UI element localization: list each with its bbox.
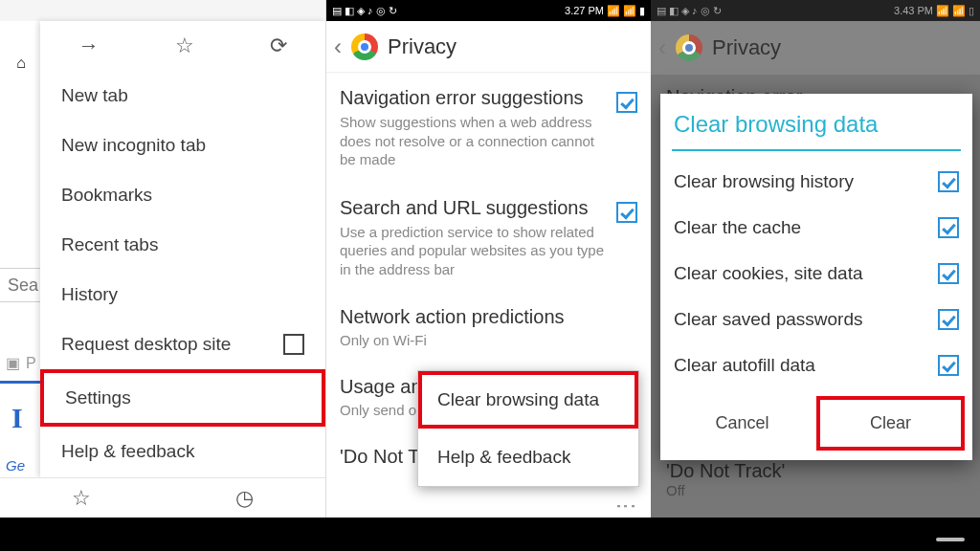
setting-search-suggestions[interactable]: Search and URL suggestions Use a predict… — [340, 183, 637, 293]
setting-network-predictions[interactable]: Network action predictions Only on Wi-Fi — [340, 292, 637, 362]
image-bottom-bar — [0, 518, 980, 551]
cache-checkbox[interactable] — [938, 217, 959, 238]
tab-indicator — [0, 381, 40, 384]
desktop-site-checkbox[interactable] — [283, 334, 304, 355]
bottom-toolbar: ☆ ◷ — [0, 477, 325, 518]
menu-new-incognito[interactable]: New incognito tab — [40, 121, 325, 170]
clear-browsing-data-dialog: Clear browsing data Clear browsing histo… — [660, 94, 972, 460]
setting-nav-error[interactable]: Navigation error suggestions Show sugges… — [340, 73, 637, 183]
page-title: Privacy — [388, 34, 457, 59]
menu-list: New tab New incognito tab Bookmarks Rece… — [40, 71, 325, 476]
nav-error-checkbox[interactable] — [616, 92, 637, 113]
menu-bookmarks[interactable]: Bookmarks — [40, 170, 325, 220]
back-icon[interactable]: ‹ — [334, 33, 342, 60]
overflow-popup: Clear browsing data Help & feedback — [417, 370, 639, 487]
bottom-star-icon[interactable]: ☆ — [72, 486, 91, 511]
page-title: Privacy — [712, 35, 781, 60]
star-icon[interactable]: ☆ — [175, 33, 194, 58]
chrome-icon — [351, 33, 378, 60]
option-cache[interactable]: Clear the cache — [660, 205, 972, 251]
bg-do-not-track: 'Do Not Track' Off — [666, 460, 785, 498]
option-passwords[interactable]: Clear saved passwords — [660, 297, 972, 342]
dialog-title: Clear browsing data — [660, 94, 972, 149]
menu-help-feedback[interactable]: Help & feedback — [40, 427, 325, 476]
status-bar: ▤◧◈♪◎↻ 3.27 PM📶📶▮ — [326, 0, 651, 21]
popup-clear-browsing-data[interactable]: Clear browsing data — [418, 371, 638, 429]
status-bar: ▤◧◈♪◎↻ 3.43 PM📶📶▯ — [651, 0, 980, 21]
bg-get: Ge — [6, 457, 25, 474]
back-icon: ‹ — [658, 34, 666, 61]
status-time: 3.27 PM — [565, 5, 604, 16]
privacy-header: ‹ Privacy — [326, 21, 651, 73]
menu-new-tab[interactable]: New tab — [40, 71, 325, 121]
menu-settings[interactable]: Settings — [40, 369, 325, 427]
status-time: 3.43 PM — [894, 5, 933, 16]
search-suggestions-checkbox[interactable] — [616, 202, 637, 223]
autofill-checkbox[interactable] — [938, 355, 959, 376]
forward-icon[interactable]: → — [78, 33, 100, 58]
chrome-overflow-menu: → ☆ ⟳ New tab New incognito tab Bookmark… — [40, 21, 325, 477]
cancel-button[interactable]: Cancel — [668, 396, 816, 451]
dialog-actions: Cancel Clear — [660, 388, 972, 460]
menu-toolbar: → ☆ ⟳ — [40, 21, 325, 71]
option-autofill[interactable]: Clear autofill data — [660, 342, 972, 388]
search-field-fragment[interactable]: Sea — [0, 268, 42, 302]
dialog-divider — [672, 149, 961, 151]
option-browsing-history[interactable]: Clear browsing history — [660, 159, 972, 205]
popup-help-feedback[interactable]: Help & feedback — [418, 429, 638, 486]
panel-chrome-menu: ▤◧◈♪◎ 3.20 PM📶📶▮ ⌂ Sea ▣P I Ge → ☆ ⟳ New… — [0, 0, 325, 518]
menu-request-desktop[interactable]: Request desktop site — [40, 320, 325, 369]
clear-button[interactable]: Clear — [816, 396, 965, 451]
chrome-icon — [676, 34, 702, 61]
bottom-clock-icon[interactable]: ◷ — [235, 486, 254, 511]
home-icon[interactable]: ⌂ — [10, 52, 33, 75]
cookies-checkbox[interactable] — [938, 263, 959, 284]
bg-tab: ▣P — [6, 354, 36, 372]
privacy-header: ‹ Privacy — [651, 21, 980, 75]
history-checkbox[interactable] — [938, 171, 959, 192]
menu-recent-tabs[interactable]: Recent tabs — [40, 220, 325, 270]
passwords-checkbox[interactable] — [938, 309, 959, 330]
panel-clear-data-dialog: ▤◧◈♪◎↻ 3.43 PM📶📶▯ ‹ Privacy Navigation e… — [651, 0, 980, 518]
menu-history[interactable]: History — [40, 270, 325, 320]
panel-privacy-settings: ▤◧◈♪◎↻ 3.27 PM📶📶▮ ‹ Privacy Navigation e… — [325, 0, 651, 518]
refresh-icon[interactable]: ⟳ — [270, 33, 287, 58]
resize-handle-icon — [936, 538, 965, 541]
bg-letter: I — [11, 402, 23, 434]
option-cookies[interactable]: Clear cookies, site data — [660, 251, 972, 297]
more-icon[interactable]: ⋮ — [613, 496, 638, 515]
